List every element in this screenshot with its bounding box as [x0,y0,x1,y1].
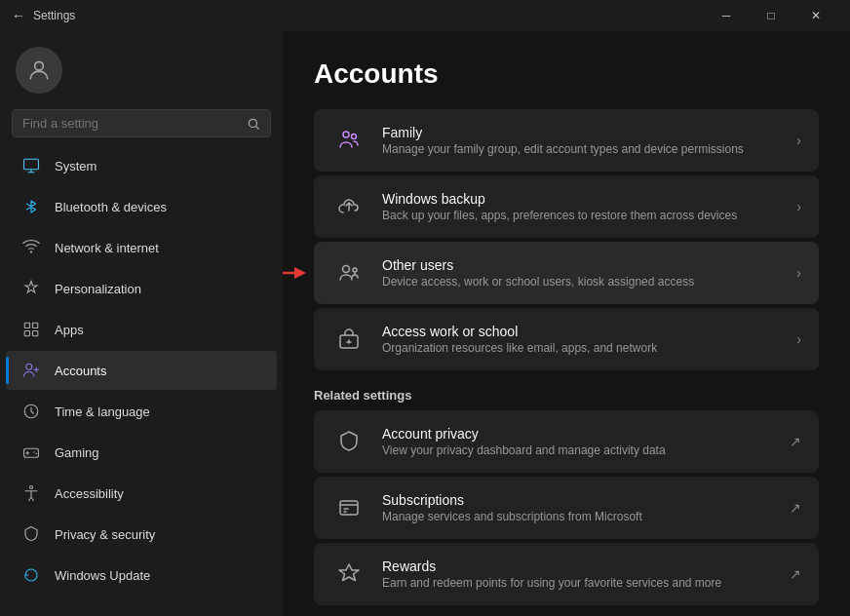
svg-rect-7 [33,331,38,336]
family-card[interactable]: Family Manage your family group, edit ac… [314,109,819,172]
svg-point-18 [343,266,350,273]
sidebar-item-time-label: Time & language [55,404,150,419]
rewards-external-icon: ↗ [790,566,801,582]
sidebar-item-accessibility[interactable]: Accessibility [6,474,277,513]
search-container [0,105,283,145]
update-icon [21,565,41,585]
page-title: Accounts [314,58,819,90]
svg-point-11 [33,451,35,453]
rewards-card-title: Rewards [382,558,774,574]
personalization-icon [21,279,41,298]
access-work-card-text: Access work or school Organization resou… [382,324,781,355]
sidebar-item-apps-label: Apps [55,323,84,337]
sidebar-item-accounts[interactable]: Accounts [6,351,277,390]
windows-backup-card-desc: Back up your files, apps, preferences to… [382,209,781,222]
other-users-card[interactable]: Other users Device access, work or schoo… [314,242,819,304]
sidebar-item-personalization[interactable]: Personalization [6,269,277,308]
svg-rect-2 [24,159,39,170]
svg-point-19 [353,268,357,272]
rewards-card[interactable]: Rewards Earn and redeem points for using… [314,543,819,605]
account-privacy-card-desc: View your privacy dashboard and manage a… [382,443,774,457]
minimize-button[interactable]: ─ [704,0,749,31]
rewards-card-text: Rewards Earn and redeem points for using… [382,558,774,590]
back-button[interactable]: ← [12,8,25,23]
rewards-card-desc: Earn and redeem points for using your fa… [382,576,774,590]
access-work-card-title: Access work or school [382,324,781,339]
bluetooth-icon [21,197,41,216]
user-avatar-icon [26,58,52,83]
subscriptions-icon [331,490,367,525]
content-area: Accounts Family Manage your family group… [283,31,850,616]
access-work-card[interactable]: Access work or school Organization resou… [314,308,819,370]
sidebar-item-personalization-label: Personalization [55,282,141,296]
titlebar: ← Settings ─ □ ✕ [0,0,850,31]
family-card-desc: Manage your family group, edit account t… [382,142,781,156]
sidebar-item-privacy-label: Privacy & security [55,527,155,542]
sidebar-item-network[interactable]: Network & internet [6,228,277,267]
titlebar-controls: ─ □ ✕ [704,0,838,31]
svg-rect-6 [24,331,29,336]
svg-point-13 [30,486,33,489]
sidebar-item-gaming[interactable]: Gaming [6,433,277,472]
access-work-card-chevron: › [796,331,801,347]
family-card-title: Family [382,125,781,140]
other-users-icon [331,255,367,290]
family-card-chevron: › [796,133,801,148]
search-box[interactable] [12,109,271,137]
svg-rect-4 [24,323,29,327]
family-card-text: Family Manage your family group, edit ac… [382,125,781,156]
sidebar-item-network-label: Network & internet [55,241,159,255]
gaming-icon [21,443,41,462]
avatar [16,47,62,94]
work-icon [331,322,367,357]
subscriptions-external-icon: ↗ [790,500,801,516]
sidebar-item-time[interactable]: Time & language [6,392,277,431]
subscriptions-card-text: Subscriptions Manage services and subscr… [382,492,774,523]
related-settings-title: Related settings [314,388,819,403]
rewards-icon [331,557,367,592]
backup-icon [331,189,367,224]
sidebar: System Bluetooth & devices Network & int… [0,31,283,616]
user-profile [0,31,283,105]
sidebar-item-bluetooth[interactable]: Bluetooth & devices [6,187,277,226]
main-layout: System Bluetooth & devices Network & int… [0,31,850,616]
account-privacy-card-title: Account privacy [382,426,774,442]
privacy-icon [21,524,41,544]
sidebar-item-apps[interactable]: Apps [6,310,277,349]
subscriptions-card[interactable]: Subscriptions Manage services and subscr… [314,477,819,539]
titlebar-title: Settings [33,9,75,22]
other-users-card-text: Other users Device access, work or schoo… [382,257,781,289]
svg-point-12 [36,453,38,455]
sidebar-item-update[interactable]: Windows Update [6,556,277,595]
account-privacy-card[interactable]: Account privacy View your privacy dashbo… [314,410,819,473]
subscriptions-card-title: Subscriptions [382,492,774,508]
sidebar-item-system[interactable]: System [6,146,277,185]
sidebar-item-accounts-label: Accounts [55,364,106,378]
windows-backup-card[interactable]: Windows backup Back up your files, apps,… [314,175,819,238]
windows-backup-card-title: Windows backup [382,191,781,207]
accounts-icon [21,361,41,380]
time-icon [21,402,41,421]
maximize-button[interactable]: □ [749,0,793,31]
svg-marker-17 [294,267,306,279]
sidebar-item-accessibility-label: Accessibility [55,486,124,501]
other-users-card-title: Other users [382,257,781,273]
network-icon [21,238,41,257]
account-privacy-external-icon: ↗ [790,434,801,449]
sidebar-item-system-label: System [55,159,97,173]
family-icon [331,123,367,158]
sidebar-item-privacy[interactable]: Privacy & security [6,515,277,554]
system-icon [21,156,41,175]
sidebar-item-bluetooth-label: Bluetooth & devices [55,200,167,214]
close-button[interactable]: ✕ [793,0,838,31]
access-work-card-desc: Organization resources like email, apps,… [382,341,781,355]
search-icon [247,117,260,131]
windows-backup-card-text: Windows backup Back up your files, apps,… [382,191,781,222]
svg-point-15 [352,135,357,139]
apps-icon [21,320,41,339]
svg-point-3 [30,250,32,252]
svg-rect-22 [340,501,358,515]
other-users-card-wrapper: Other users Device access, work or schoo… [314,242,819,304]
svg-point-8 [26,364,32,369]
search-input[interactable] [22,116,239,131]
